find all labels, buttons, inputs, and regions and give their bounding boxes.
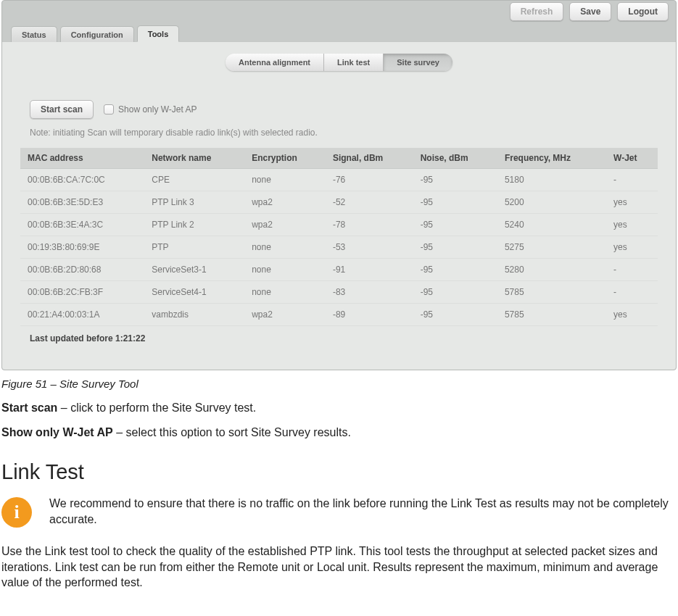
info-callout: i We recommend to ensure that there is n… [1,496,677,528]
tab-tools[interactable]: Tools [137,25,180,42]
refresh-button[interactable]: Refresh [510,2,564,21]
cell-sig: -52 [326,191,413,214]
cell-wjet: yes [606,236,658,259]
cell-freq: 5275 [497,236,606,259]
col-noise[interactable]: Noise, dBm [413,148,497,169]
cell-net: PTP Link 3 [144,191,244,214]
cell-wjet: yes [606,304,658,326]
cell-mac: 00:0B:6B:3E:5D:E3 [20,191,144,214]
col-frequency[interactable]: Frequency, MHz [497,148,606,169]
section-heading-link-test: Link Test [1,460,678,484]
cell-sig: -53 [326,236,413,259]
cell-net: vambzdis [144,304,244,326]
main-tab-bar: Status Configuration Tools [2,24,676,41]
cell-wjet: - [606,281,658,304]
cell-freq: 5785 [497,304,606,326]
show-only-wjet-wrap[interactable]: Show only W-Jet AP [104,104,197,115]
tab-status[interactable]: Status [11,26,57,42]
cell-enc: none [244,169,326,191]
cell-net: CPE [144,169,244,191]
cell-enc: wpa2 [244,191,326,214]
cell-enc: none [244,281,326,304]
cell-sig: -78 [326,214,413,236]
logout-button[interactable]: Logout [617,2,669,21]
figure-caption: Figure 51 – Site Survey Tool [1,378,678,390]
cell-sig: -76 [326,169,413,191]
cell-mac: 00:0B:6B:CA:7C:0C [20,169,144,191]
cell-mac: 00:0B:6B:3E:4A:3C [20,214,144,236]
cell-mac: 00:0B:6B:2C:FB:3F [20,281,144,304]
table-row[interactable]: 00:21:A4:00:03:1Avambzdiswpa2-89-955785y… [20,304,658,326]
top-bar: Refresh Save Logout [2,1,676,24]
col-encryption[interactable]: Encryption [244,148,326,169]
info-icon: i [1,497,32,528]
cell-freq: 5280 [497,259,606,281]
cell-noise: -95 [413,259,497,281]
scan-results-table: MAC address Network name Encryption Sign… [20,148,658,326]
cell-wjet: yes [606,214,658,236]
table-row[interactable]: 00:0B:6B:3E:5D:E3PTP Link 3wpa2-52-95520… [20,191,658,214]
cell-enc: none [244,236,326,259]
site-survey-screenshot: Refresh Save Logout Status Configuration… [1,0,677,370]
desc-show-only: Show only W-Jet AP – select this option … [1,425,677,441]
cell-mac: 00:0B:6B:2D:80:68 [20,259,144,281]
subtab-antenna-alignment[interactable]: Antenna alignment [226,54,324,71]
cell-noise: -95 [413,191,497,214]
show-only-wjet-checkbox[interactable] [104,104,114,115]
last-updated: Last updated before 1:21:22 [2,326,676,355]
table-row[interactable]: 00:19:3B:80:69:9EPTPnone-53-955275yes [20,236,658,259]
cell-sig: -89 [326,304,413,326]
table-row[interactable]: 00:0B:6B:2C:FB:3FServiceSet4-1none-83-95… [20,281,658,304]
save-button[interactable]: Save [569,2,611,21]
cell-noise: -95 [413,304,497,326]
cell-enc: wpa2 [244,304,326,326]
cell-freq: 5180 [497,169,606,191]
desc-start-scan: Start scan – click to perform the Site S… [1,400,677,416]
table-row[interactable]: 00:0B:6B:CA:7C:0CCPEnone-76-955180- [20,169,658,191]
cell-enc: none [244,259,326,281]
subtab-site-survey[interactable]: Site survey [384,54,452,71]
col-signal[interactable]: Signal, dBm [326,148,413,169]
col-network-name[interactable]: Network name [144,148,244,169]
cell-freq: 5785 [497,281,606,304]
info-text: We recommend to ensure that there is no … [49,496,677,527]
tools-panel: Antenna alignment Link test Site survey … [2,41,676,370]
cell-net: PTP Link 2 [144,214,244,236]
cell-net: PTP [144,236,244,259]
cell-enc: wpa2 [244,214,326,236]
cell-mac: 00:19:3B:80:69:9E [20,236,144,259]
cell-wjet: yes [606,191,658,214]
cell-wjet: - [606,259,658,281]
link-test-description: Use the Link test tool to check the qual… [1,544,677,591]
table-row[interactable]: 00:0B:6B:2D:80:68ServiceSet3-1none-91-95… [20,259,658,281]
cell-noise: -95 [413,236,497,259]
cell-wjet: - [606,169,658,191]
cell-freq: 5200 [497,191,606,214]
subtab-link-test[interactable]: Link test [324,54,384,71]
table-row[interactable]: 00:0B:6B:3E:4A:3CPTP Link 2wpa2-78-95524… [20,214,658,236]
col-wjet[interactable]: W-Jet [606,148,658,169]
cell-freq: 5240 [497,214,606,236]
cell-noise: -95 [413,281,497,304]
col-mac[interactable]: MAC address [20,148,144,169]
cell-noise: -95 [413,169,497,191]
cell-mac: 00:21:A4:00:03:1A [20,304,144,326]
start-scan-button[interactable]: Start scan [30,100,94,119]
scan-note: Note: initiating Scan will temporary dis… [2,126,676,148]
show-only-wjet-label: Show only W-Jet AP [118,104,197,115]
cell-sig: -91 [326,259,413,281]
cell-sig: -83 [326,281,413,304]
cell-net: ServiceSet4-1 [144,281,244,304]
sub-tab-group: Antenna alignment Link test Site survey [226,54,452,71]
cell-net: ServiceSet3-1 [144,259,244,281]
tab-configuration[interactable]: Configuration [60,26,134,42]
cell-noise: -95 [413,214,497,236]
